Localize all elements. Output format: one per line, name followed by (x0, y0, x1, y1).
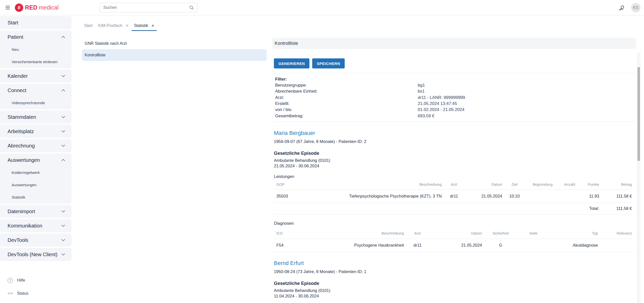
filter-row-label: Gesamtbetrag: (275, 113, 418, 119)
diagnosen-label: Diagnosen (274, 220, 636, 226)
sidebar-item-start[interactable]: Start (0, 16, 72, 29)
logo-hash-icon: # (15, 4, 23, 12)
column-header: GOP (274, 179, 339, 190)
subnav-item-kontrollliste[interactable]: Kontrollliste (82, 49, 267, 61)
sidebar-item-label: Auswertungen (8, 157, 40, 163)
filter-row: Gesamtbetrag: 693,59 € (275, 113, 636, 119)
column-header: Beschreibung (339, 179, 443, 190)
logo-text-red: RED (25, 4, 37, 11)
column-header: Datum (430, 228, 483, 239)
sidebar-item-label: Stammdaten (8, 114, 36, 120)
sidebar-item-kodierregelwerk[interactable]: Kodierregelwerk (0, 166, 72, 179)
sidebar-item-patient[interactable]: Patient (0, 31, 72, 43)
patient-name-link[interactable]: Bernd Erfurt (274, 259, 304, 267)
tab-kim-postfach[interactable]: KIM-Postfach × (96, 21, 131, 31)
dove-icon[interactable] (618, 4, 625, 11)
sidebar-item-devtools-new-client[interactable]: DevTools (New Client) (0, 248, 72, 261)
table-row: F54 Psychogene Hautkrankheit dr11 21.05.… (274, 239, 633, 252)
episode-type: Ambulante Behandlung (0101) (274, 288, 636, 293)
sidebar: Start Patient Neu Versichertenkarte einl… (0, 16, 73, 303)
subnav-item-gnr-statistik[interactable]: GNR Statistik nach Arzt (82, 38, 267, 49)
search-input[interactable] (103, 5, 189, 10)
help-icon: ? (8, 278, 13, 283)
sidebar-item-arbeitsplatz[interactable]: Arbeitsplatz (0, 125, 72, 138)
tab-statistik[interactable]: Statistik × (132, 21, 157, 31)
close-icon[interactable]: × (126, 23, 128, 28)
sidebar-item-connect[interactable]: Connect (0, 84, 72, 97)
sidebar-item-patient-neu[interactable]: Neu (0, 43, 72, 56)
tab-start[interactable]: Start (82, 21, 95, 31)
sidebar-item-auswertungen[interactable]: Auswertungen (0, 154, 72, 166)
diagnosen-table: ICD Beschreibung Arzt Datum Sicherheit S… (274, 228, 633, 252)
sidebar-item-label: Abrechnung (8, 143, 35, 149)
toolbar: GENERIEREN SPEICHERN (274, 58, 636, 68)
cell-relevanz (599, 239, 633, 252)
cell-arzt: dr11 (405, 239, 430, 252)
sidebar-item-status[interactable]: </> Status (0, 287, 72, 300)
app-logo[interactable]: # RED medical (15, 4, 59, 12)
generate-button[interactable]: GENERIEREN (274, 58, 309, 68)
tab-label: Start (84, 23, 93, 28)
sidebar-section-stammdaten: Stammdaten (0, 110, 72, 124)
sidebar-item-kalender[interactable]: Kalender (0, 70, 72, 82)
tab-label: Statistik (134, 23, 148, 28)
sidebar-item-versichertenkarte[interactable]: Versichertenkarte einlesen (0, 56, 72, 68)
patient-info: 1956-09-07 (67 Jahre, 8 Monate) - Patien… (274, 139, 636, 144)
filter-row-label: von / bis: (275, 107, 418, 112)
cell-beschreibung: Psychogene Hautkrankheit (324, 239, 405, 252)
save-button[interactable]: SPEICHERN (312, 58, 345, 68)
sidebar-item-stammdaten[interactable]: Stammdaten (0, 111, 72, 123)
sidebar-section-datenimport: Datenimport (0, 205, 72, 218)
filter-row-label: Erstellt: (275, 101, 418, 106)
episode-range: 11.04.2024 - 30.06.2024 (274, 293, 636, 299)
main-panel: Kontrollliste GENERIEREN SPEICHERN Filte… (272, 38, 636, 299)
table-header-row: ICD Beschreibung Arzt Datum Sicherheit S… (274, 228, 633, 239)
sidebar-footer-label: Hilfe (17, 278, 25, 283)
filter-row: Erstellt: 21.05.2024 13:47:45 (275, 101, 636, 107)
sidebar-item-datenimport[interactable]: Datenimport (0, 205, 72, 218)
cell-arzt: dr11 (443, 190, 465, 203)
cell-beschreibung: Tiefenpsychologische Psychotherapie (KZT… (339, 190, 443, 203)
code-icon: </> (8, 292, 13, 295)
cell-begruendung (526, 190, 554, 203)
column-header: Sicherheit (483, 228, 518, 239)
scrollbar-thumb[interactable] (637, 67, 640, 161)
avatar[interactable]: KS (631, 3, 640, 12)
column-header: Beschreibung (324, 228, 405, 239)
filter-row-value: 01.02.2024 - 21.05.2024 (418, 107, 464, 112)
table-row: 35503 Tiefenpsychologische Psychotherapi… (274, 190, 633, 203)
cell-sicherheit: G (483, 239, 518, 252)
statistik-subnav: GNR Statistik nach Arzt Kontrollliste (82, 38, 267, 61)
chevron-up-icon (61, 89, 65, 91)
sidebar-item-devtools[interactable]: DevTools (0, 234, 72, 246)
sidebar-section-auswertungen: Auswertungen Kodierregelwerk Auswertunge… (0, 154, 72, 204)
sidebar-item-abrechnung[interactable]: Abrechnung (0, 139, 72, 152)
column-header: Arzt (405, 228, 430, 239)
episode-type: Ambulante Behandlung (0101) (274, 158, 636, 163)
sidebar-section-connect: Connect Videosprechstunde (0, 84, 72, 109)
filter-row-value: 693,59 € (418, 113, 434, 119)
cell-datum: 21.05.2024 (430, 239, 483, 252)
column-header: Betrag (600, 179, 633, 190)
chevron-up-icon (61, 159, 65, 161)
column-header: ICD (274, 228, 324, 239)
close-icon[interactable]: × (151, 23, 154, 28)
cell-seite (518, 239, 549, 252)
column-header: Datum (465, 179, 503, 190)
table-total-row: Total: 111,58 € (274, 203, 633, 214)
sidebar-item-label: Datenimport (8, 209, 35, 214)
sidebar-item-kommunikation[interactable]: Kommunikation (0, 219, 72, 232)
sidebar-item-statistik[interactable]: Statistik (0, 191, 72, 203)
tab-label: KIM-Postfach (98, 23, 122, 28)
filter-heading: Filter: (275, 76, 636, 82)
sidebar-item-auswertungen-sub[interactable]: Auswertungen (0, 179, 72, 191)
column-header: Relevanz (599, 228, 633, 239)
tab-bar: Start KIM-Postfach × Statistik × (73, 15, 644, 31)
chevron-down-icon (61, 75, 65, 77)
sidebar-item-videosprechstunde[interactable]: Videosprechstunde (0, 97, 72, 109)
patient-name-link[interactable]: Maria Bergbauer (274, 129, 315, 137)
menu-icon[interactable] (6, 6, 10, 9)
table-header-row: GOP Beschreibung Arzt Datum Zeit Begründ… (274, 179, 633, 190)
filter-row-value: bs1 (418, 89, 425, 94)
sidebar-item-hilfe[interactable]: ? Hilfe (0, 274, 72, 287)
